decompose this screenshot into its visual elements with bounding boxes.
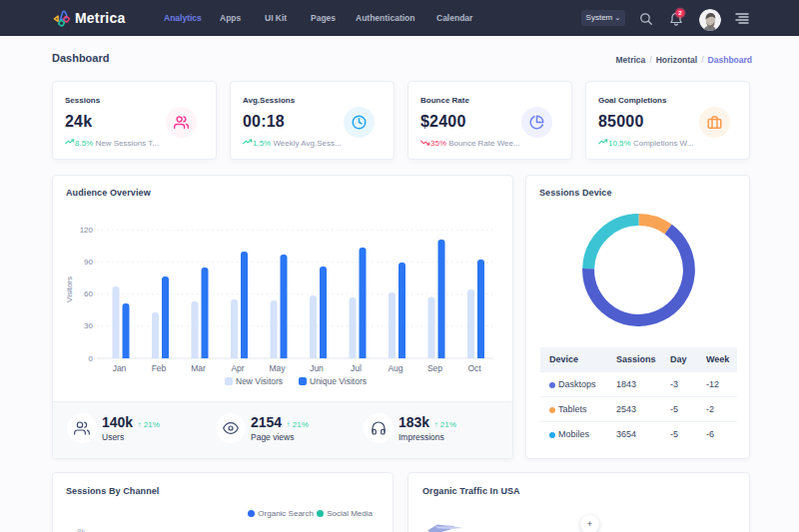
svg-text:Jun: Jun [310,363,324,373]
svg-text:May: May [269,363,286,373]
svg-text:Mar: Mar [191,363,206,373]
svg-text:Oct: Oct [467,363,481,373]
svg-text:Jul: Jul [351,363,362,373]
svg-text:60: 60 [84,289,93,298]
svg-text:Unique Visitors: Unique Visitors [310,376,367,386]
svg-text:Sep: Sep [427,363,442,373]
svg-text:Visitors: Visitors [65,276,74,302]
svg-text:0: 0 [89,354,94,363]
svg-text:Jan: Jan [113,363,127,373]
svg-text:Feb: Feb [152,363,167,373]
svg-text:90: 90 [84,258,93,266]
svg-text:New Visitors: New Visitors [236,376,283,386]
svg-text:Aug: Aug [388,363,402,373]
svg-text:Apr: Apr [231,363,244,373]
svg-text:30: 30 [84,321,93,330]
svg-text:120: 120 [80,226,94,235]
